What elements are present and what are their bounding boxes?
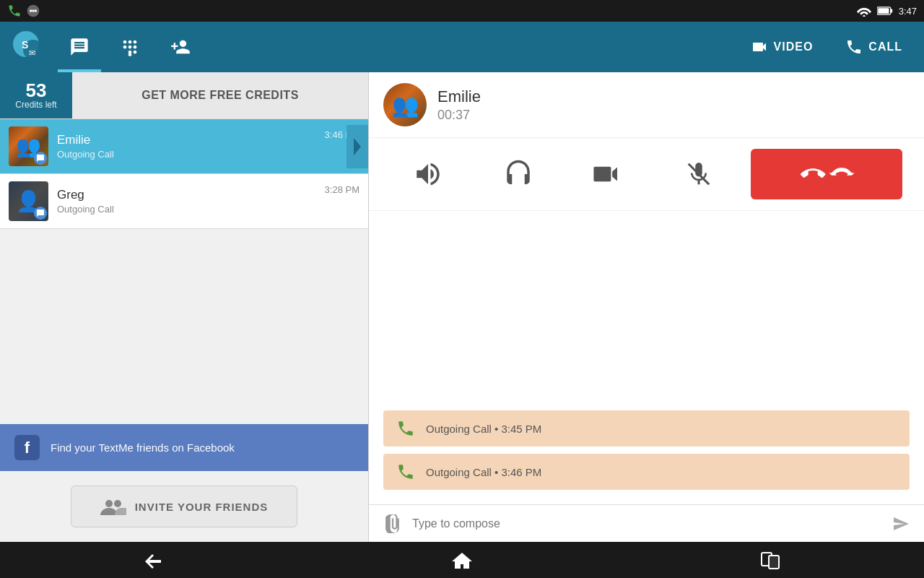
- svg-point-3: [35, 9, 37, 12]
- chat-username: Emilie: [437, 87, 481, 106]
- toolbar-nav: [58, 22, 736, 72]
- contact-info-emilie: Emilie Outgoing Call: [57, 133, 325, 160]
- avatar-badge-emilie: [34, 152, 47, 165]
- status-bar-right: 3:47: [857, 5, 917, 17]
- svg-point-2: [32, 9, 34, 12]
- svg-text:✉: ✉: [29, 48, 35, 57]
- nav-dialpad[interactable]: [108, 22, 152, 72]
- invite-friends-button[interactable]: INVITE YOUR FRIENDS: [71, 486, 298, 527]
- recents-button[interactable]: [757, 550, 783, 570]
- contact-status-greg: Outgoing Call: [57, 204, 325, 215]
- contact-name-greg: Greg: [57, 188, 325, 202]
- svg-point-1: [30, 9, 32, 12]
- contact-item-greg[interactable]: Greg Outgoing Call 3:28 PM: [0, 174, 368, 229]
- chat-avatar: [383, 83, 427, 126]
- phone-green-icon: [7, 4, 22, 18]
- left-panel: 53 Credits left GET MORE FREE CREDITS Em…: [0, 72, 369, 542]
- app-icon: [26, 4, 40, 18]
- svg-rect-6: [890, 9, 892, 12]
- credits-bar: 53 Credits left GET MORE FREE CREDITS: [0, 72, 368, 119]
- svg-point-4: [863, 15, 865, 17]
- call-message-2: Outgoing Call • 3:46 PM: [383, 454, 910, 490]
- call-message-1: Outgoing Call • 3:45 PM: [383, 410, 910, 447]
- status-time: 3:47: [899, 6, 917, 17]
- call-message-text-1: Outgoing Call • 3:45 PM: [426, 423, 541, 435]
- avatar-badge-greg: [34, 207, 47, 220]
- toolbar-actions: VIDEO CALL: [736, 33, 917, 61]
- compose-area: [369, 504, 924, 542]
- credits-label: Credits left: [15, 100, 56, 110]
- video-button[interactable]: VIDEO: [736, 33, 828, 61]
- wifi-icon: [857, 5, 871, 17]
- svg-rect-7: [878, 8, 889, 14]
- svg-text:S: S: [22, 39, 28, 51]
- contact-info-greg: Greg Outgoing Call: [57, 188, 325, 215]
- chat-header: Emilie 00:37: [369, 72, 924, 138]
- chat-messages: Outgoing Call • 3:45 PM Outgoing Call • …: [369, 211, 924, 504]
- call-label: CALL: [868, 40, 902, 53]
- headset-button[interactable]: [481, 149, 557, 199]
- call-controls: [369, 138, 924, 211]
- contact-list: Emilie Outgoing Call 3:46 PM: [0, 119, 368, 424]
- contact-status-emilie: Outgoing Call: [57, 149, 325, 160]
- send-button[interactable]: [888, 511, 913, 536]
- facebook-icon: f: [14, 435, 40, 460]
- status-bar-left: [7, 4, 40, 18]
- attachment-button[interactable]: [380, 511, 405, 536]
- video-label: VIDEO: [774, 40, 814, 53]
- chat-timer: 00:37: [437, 108, 481, 123]
- svg-point-12: [105, 500, 113, 507]
- svg-point-13: [114, 500, 121, 507]
- invite-section: INVITE YOUR FRIENDS: [0, 471, 368, 542]
- nav-add-contact[interactable]: [159, 22, 202, 72]
- chat-user-info: Emilie 00:37: [437, 87, 481, 123]
- toolbar: S ✉ VIDEO: [0, 22, 924, 72]
- avatar-greg: [9, 181, 48, 221]
- invite-friends-label: INVITE YOUR FRIENDS: [135, 501, 269, 513]
- contact-time-greg: 3:28 PM: [325, 184, 359, 195]
- avatar-emilie: [9, 126, 48, 166]
- status-bar: 3:47: [0, 0, 924, 22]
- credits-count-box: 53 Credits left: [0, 72, 72, 118]
- nav-chat[interactable]: [58, 22, 101, 72]
- contact-item-emilie[interactable]: Emilie Outgoing Call 3:46 PM: [0, 119, 368, 174]
- credits-number: 53: [26, 81, 47, 100]
- mute-button[interactable]: [661, 149, 736, 199]
- contact-chevron-emilie: [346, 125, 368, 168]
- end-call-button[interactable]: [751, 149, 902, 199]
- contact-name-emilie: Emilie: [57, 133, 325, 147]
- battery-icon: [877, 6, 893, 16]
- home-button[interactable]: [449, 550, 475, 570]
- video-toggle-button[interactable]: [571, 149, 647, 199]
- speaker-button[interactable]: [391, 149, 466, 199]
- facebook-banner[interactable]: f Find your TextMe friends on Facebook: [0, 424, 368, 471]
- bottom-nav: [0, 542, 924, 578]
- app-logo: S ✉: [7, 25, 51, 69]
- main-container: 53 Credits left GET MORE FREE CREDITS Em…: [0, 72, 924, 542]
- get-more-credits-button[interactable]: GET MORE FREE CREDITS: [72, 72, 368, 118]
- compose-input[interactable]: [405, 512, 888, 536]
- back-button[interactable]: [141, 550, 167, 570]
- facebook-text: Find your TextMe friends on Facebook: [51, 441, 235, 454]
- svg-rect-16: [769, 556, 779, 569]
- right-panel: Emilie 00:37: [369, 72, 924, 542]
- call-button[interactable]: CALL: [831, 33, 917, 61]
- call-message-text-2: Outgoing Call • 3:46 PM: [426, 466, 541, 478]
